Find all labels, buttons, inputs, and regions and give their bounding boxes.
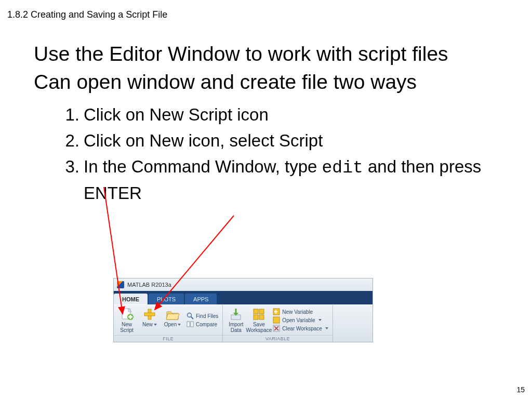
new-variable-icon bbox=[273, 308, 280, 315]
list-item: In the Command Window, type edit and the… bbox=[55, 154, 491, 206]
slide-header: 1.8.2 Creating and Saving a Script File bbox=[7, 9, 167, 20]
ways-list: Click on New Script icon Click on New ic… bbox=[55, 102, 491, 205]
save-workspace-button[interactable]: SaveWorkspace bbox=[248, 306, 270, 334]
compare-icon bbox=[187, 321, 194, 328]
open-variable-icon bbox=[273, 316, 280, 324]
new-script-label: NewScript bbox=[120, 322, 134, 333]
open-variable-button[interactable]: Open Variable bbox=[273, 316, 328, 324]
find-files-label: Find Files bbox=[196, 313, 218, 319]
ribbon-group-file: NewScript New Open bbox=[114, 305, 223, 342]
find-files-button[interactable]: Find Files bbox=[187, 312, 218, 320]
svg-rect-14 bbox=[254, 309, 258, 314]
tab-home[interactable]: HOME bbox=[114, 294, 148, 304]
svg-rect-19 bbox=[273, 317, 280, 323]
svg-rect-16 bbox=[254, 315, 258, 320]
svg-line-8 bbox=[191, 317, 194, 320]
save-workspace-icon bbox=[252, 308, 265, 321]
tab-plots[interactable]: PLOTS bbox=[149, 294, 184, 304]
matlab-tabs: HOME PLOTS APPS bbox=[114, 291, 373, 304]
svg-rect-4 bbox=[128, 316, 132, 318]
compare-label: Compare bbox=[196, 322, 217, 327]
plus-icon bbox=[143, 308, 156, 321]
matlab-title: MATLAB R2013a bbox=[127, 282, 171, 288]
open-button[interactable]: Open bbox=[162, 306, 183, 334]
clear-workspace-icon bbox=[273, 325, 280, 332]
svg-rect-6 bbox=[144, 313, 155, 316]
search-icon bbox=[187, 312, 194, 320]
svg-rect-10 bbox=[191, 322, 193, 327]
matlab-screenshot: MATLAB R2013a HOME PLOTS APPS NewScript … bbox=[113, 278, 373, 342]
chevron-down-icon bbox=[154, 324, 157, 326]
open-variable-label: Open Variable bbox=[282, 317, 315, 323]
compare-button[interactable]: Compare bbox=[187, 321, 218, 328]
new-variable-button[interactable]: New Variable bbox=[273, 308, 328, 315]
list-item: Click on New icon, select Script bbox=[55, 128, 491, 153]
ribbon-group-variable: ImportData SaveWorkspace New Variable bbox=[223, 305, 333, 342]
chevron-down-icon bbox=[325, 327, 328, 329]
list-item: Click on New Script icon bbox=[55, 102, 491, 127]
chevron-down-icon bbox=[178, 324, 181, 326]
new-label: New bbox=[142, 322, 157, 328]
page-number: 15 bbox=[516, 385, 525, 394]
new-script-icon bbox=[120, 308, 134, 321]
chevron-down-icon bbox=[318, 319, 322, 321]
clear-workspace-label: Clear Workspace bbox=[282, 326, 322, 331]
code-edit: edit bbox=[322, 158, 363, 178]
save-workspace-label: SaveWorkspace bbox=[246, 322, 272, 333]
svg-rect-9 bbox=[187, 322, 190, 327]
new-script-button[interactable]: NewScript bbox=[116, 306, 138, 334]
slide-content: Use the Editor Window to work with scrip… bbox=[34, 42, 491, 207]
import-data-label: ImportData bbox=[229, 322, 243, 333]
ribbon-caption-variable: VARIABLE bbox=[223, 335, 332, 342]
svg-rect-15 bbox=[259, 309, 264, 314]
intro-line-1: Use the Editor Window to work with scrip… bbox=[34, 42, 491, 66]
open-label: Open bbox=[164, 322, 181, 328]
folder-open-icon bbox=[166, 308, 179, 321]
import-data-button[interactable]: ImportData bbox=[225, 306, 247, 334]
svg-point-7 bbox=[188, 313, 192, 317]
clear-workspace-button[interactable]: Clear Workspace bbox=[273, 325, 328, 332]
new-button[interactable]: New bbox=[139, 306, 161, 334]
intro-line-2: Can open window and create file two ways bbox=[34, 70, 491, 95]
new-variable-label: New Variable bbox=[282, 309, 313, 315]
ribbon-caption-file: FILE bbox=[114, 335, 222, 342]
matlab-logo-icon bbox=[117, 281, 124, 288]
matlab-ribbon: NewScript New Open bbox=[114, 304, 373, 342]
list-item-text-pre: In the Command Window, type bbox=[84, 157, 322, 176]
tab-apps[interactable]: APPS bbox=[185, 294, 217, 304]
import-icon bbox=[229, 308, 243, 321]
matlab-titlebar: MATLAB R2013a bbox=[114, 278, 373, 291]
svg-rect-17 bbox=[259, 315, 264, 320]
